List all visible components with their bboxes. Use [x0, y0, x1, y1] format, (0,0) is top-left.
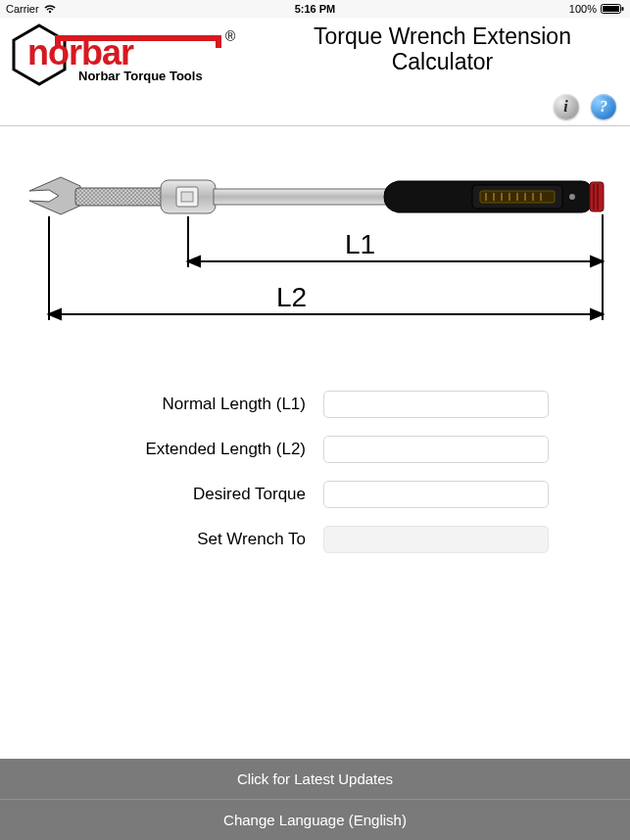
svg-marker-37: [591, 309, 603, 319]
svg-rect-5: [55, 35, 221, 41]
svg-marker-32: [591, 257, 603, 266]
carrier-label: Carrier: [6, 3, 39, 15]
latest-updates-button[interactable]: Click for Latest Updates: [0, 759, 630, 799]
handle-graphic: [384, 181, 604, 212]
page-title: Torque Wrench Extension Calculator: [265, 23, 620, 75]
status-bar: Carrier 5:16 PM 100%: [0, 0, 630, 18]
info-icon[interactable]: i: [554, 94, 579, 119]
brand-tagline: Norbar Torque Tools: [78, 69, 203, 83]
wrench-diagram: L1 L2: [0, 126, 630, 361]
change-language-button[interactable]: Change Language (English): [0, 800, 630, 840]
wrench-extension-graphic: [29, 177, 164, 214]
svg-point-24: [569, 194, 575, 200]
normal-length-input[interactable]: [323, 391, 549, 418]
svg-rect-6: [55, 35, 61, 48]
svg-rect-2: [622, 7, 624, 11]
footer: Click for Latest Updates Change Language…: [0, 759, 630, 840]
set-wrench-to-label: Set Wrench To: [39, 530, 323, 549]
svg-rect-13: [181, 192, 193, 202]
shaft-graphic: [214, 189, 400, 205]
svg-rect-9: [75, 188, 164, 206]
extended-length-label: Extended Length (L2): [39, 440, 323, 459]
battery-percent: 100%: [569, 3, 597, 15]
header-icon-row: i ?: [0, 94, 630, 125]
l1-label: L1: [345, 229, 375, 259]
l2-label: L2: [276, 282, 307, 312]
svg-rect-1: [603, 6, 619, 12]
normal-length-label: Normal Length (L1): [39, 395, 323, 414]
svg-marker-31: [188, 257, 200, 266]
svg-rect-7: [216, 35, 221, 48]
brand-logo: norbar ® Norbar Torque Tools: [10, 23, 265, 92]
wifi-icon: [43, 4, 57, 14]
title-line-1: Torque Wrench Extension: [314, 23, 571, 49]
title-line-2: Calculator: [392, 49, 494, 74]
dimension-l1: [188, 214, 603, 267]
ratchet-head-graphic: [161, 180, 216, 213]
svg-rect-25: [590, 182, 604, 211]
help-icon[interactable]: ?: [591, 94, 616, 119]
desired-torque-input[interactable]: [323, 481, 549, 508]
clock: 5:16 PM: [295, 3, 336, 15]
extended-length-input[interactable]: [323, 436, 549, 463]
battery-icon: [601, 4, 624, 14]
desired-torque-label: Desired Torque: [39, 485, 323, 504]
calculator-form: Normal Length (L1) Extended Length (L2) …: [0, 361, 630, 553]
set-wrench-to-output: [323, 526, 549, 553]
registered-mark: ®: [225, 28, 236, 44]
svg-marker-8: [29, 177, 80, 214]
app-header: norbar ® Norbar Torque Tools Torque Wren…: [0, 18, 630, 94]
dimension-l2: [49, 216, 603, 320]
svg-marker-36: [49, 309, 61, 319]
